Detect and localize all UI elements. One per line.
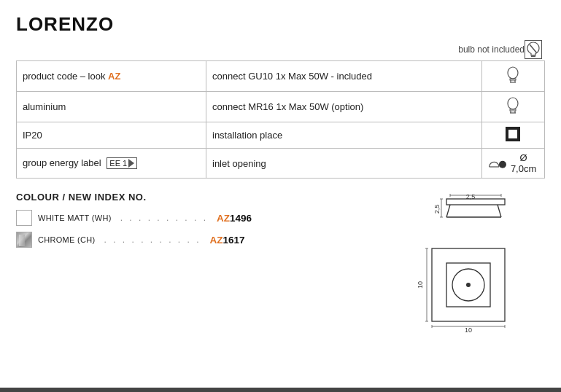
aluminium-cell: aluminium bbox=[17, 92, 206, 122]
inlet-icon-cell: Ø 7,0cm bbox=[481, 149, 544, 179]
install-place-cell: installation place bbox=[206, 122, 482, 149]
colour-accent: AZ bbox=[209, 235, 223, 246]
connect-gu10-cell: connect GU10 1x Max 50W - included bbox=[206, 61, 482, 92]
energy-box: EE 1 bbox=[107, 157, 137, 169]
bulb-notice-text: bulb not included bbox=[458, 44, 525, 55]
bottom-content: COLOUR / NEW INDEX NO. WHITE MATT (WH) .… bbox=[16, 192, 545, 334]
technical-drawings: 2,5 2,5 10 bbox=[399, 192, 545, 334]
white-swatch bbox=[16, 210, 32, 226]
svg-text:2,5: 2,5 bbox=[466, 193, 476, 200]
aluminium-text: aluminium bbox=[23, 101, 66, 112]
gu10-bulb-icon bbox=[505, 65, 521, 85]
svg-line-2 bbox=[530, 44, 537, 53]
chrome-swatch bbox=[16, 232, 32, 248]
svg-rect-21 bbox=[446, 199, 505, 205]
dots-separator: . . . . . . . . . . . bbox=[104, 235, 201, 245]
svg-line-23 bbox=[498, 205, 501, 217]
product-code-cell: product code – look AZ bbox=[17, 61, 206, 92]
side-drawing: 10 10 bbox=[406, 238, 538, 332]
install-place-text: installation place bbox=[212, 130, 282, 141]
svg-text:2,5: 2,5 bbox=[433, 205, 441, 214]
colour-section-title: COLOUR / NEW INDEX NO. bbox=[16, 192, 399, 203]
info-table: product code – look AZ connect GU10 1x M… bbox=[16, 60, 545, 179]
top-profile-drawing: 2,5 2,5 bbox=[406, 192, 538, 232]
svg-point-16 bbox=[499, 161, 506, 168]
ip20-cell: IP20 bbox=[17, 122, 206, 149]
svg-rect-9 bbox=[510, 109, 516, 111]
table-row: group energy label EE 1 inlet opening bbox=[17, 149, 545, 179]
inlet-cell: inlet opening bbox=[206, 149, 482, 179]
gu10-icon-cell bbox=[481, 61, 544, 92]
svg-line-22 bbox=[446, 205, 450, 217]
colour-code: AZ1617 bbox=[209, 235, 244, 246]
install-place-icon bbox=[505, 126, 521, 142]
energy-arrow-icon bbox=[128, 159, 134, 168]
product-code-label: product code – look bbox=[23, 71, 108, 82]
colour-section: COLOUR / NEW INDEX NO. WHITE MATT (WH) .… bbox=[16, 192, 399, 334]
connect-mr16-text: connect MR16 1x Max 50W (option) bbox=[212, 101, 363, 112]
mr16-bulb-icon bbox=[505, 95, 521, 116]
bulb-notice-row: bulb not included bbox=[16, 40, 545, 59]
dots-separator: . . . . . . . . . . bbox=[120, 213, 208, 223]
energy-label-value: EE 1 bbox=[109, 159, 127, 168]
no-bulb-icon bbox=[525, 40, 542, 59]
inlet-diameter-text: Ø 7,0cm bbox=[508, 152, 538, 174]
connect-mr16-cell: connect MR16 1x Max 50W (option) bbox=[206, 92, 482, 122]
energy-label-text: group energy label bbox=[23, 157, 101, 168]
bottom-bar bbox=[0, 388, 561, 392]
connect-gu10-text: connect GU10 1x Max 50W - included bbox=[212, 71, 372, 82]
colour-items-list: WHITE MATT (WH) . . . . . . . . . . AZ14… bbox=[16, 210, 399, 248]
colour-number: 1496 bbox=[230, 213, 252, 224]
svg-rect-4 bbox=[510, 79, 516, 80]
colour-label: WHITE MATT (WH) bbox=[38, 213, 112, 222]
inlet-text: inlet opening bbox=[212, 158, 266, 169]
table-row: product code – look AZ connect GU10 1x M… bbox=[17, 61, 545, 92]
table-row: IP20 installation place bbox=[17, 122, 545, 149]
svg-text:10: 10 bbox=[465, 326, 472, 332]
ip20-text: IP20 bbox=[23, 130, 42, 141]
product-code-accent: AZ bbox=[108, 71, 120, 82]
list-item: WHITE MATT (WH) . . . . . . . . . . AZ14… bbox=[16, 210, 399, 226]
product-title: LORENZO bbox=[16, 13, 545, 36]
list-item: CHROME (CH) . . . . . . . . . . . AZ1617 bbox=[16, 232, 399, 248]
energy-label-cell: group energy label EE 1 bbox=[17, 149, 206, 179]
svg-rect-14 bbox=[508, 130, 517, 138]
svg-text:10: 10 bbox=[417, 281, 424, 289]
install-icon-cell bbox=[481, 122, 544, 149]
colour-number: 1617 bbox=[223, 235, 244, 246]
inlet-opening-icon: Ø 7,0cm bbox=[488, 152, 538, 174]
colour-label: CHROME (CH) bbox=[38, 235, 95, 244]
page: LORENZO bulb not included product code –… bbox=[0, 0, 561, 392]
svg-point-8 bbox=[508, 98, 518, 109]
mr16-icon-cell bbox=[481, 92, 544, 122]
svg-point-3 bbox=[508, 67, 518, 79]
colour-code: AZ1496 bbox=[217, 213, 252, 224]
table-row: aluminium connect MR16 1x Max 50W (optio… bbox=[17, 92, 545, 122]
svg-point-36 bbox=[466, 283, 471, 287]
colour-accent: AZ bbox=[217, 213, 230, 224]
